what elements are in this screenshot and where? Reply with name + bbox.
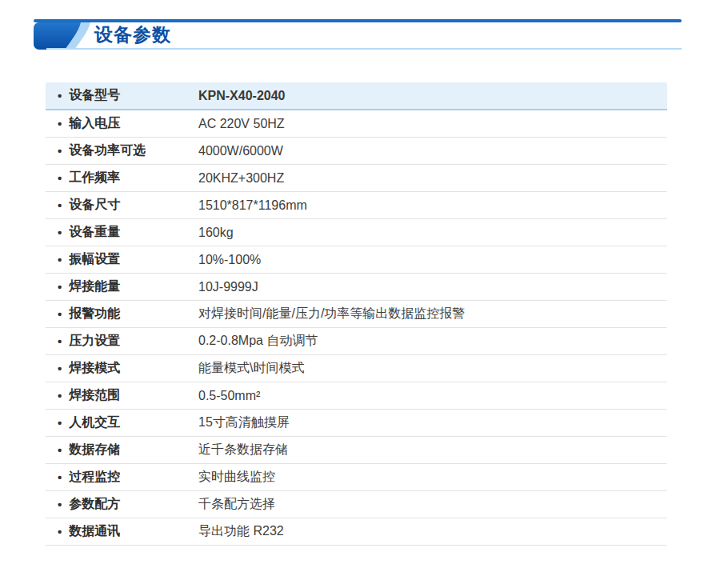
spec-label-cell: •焊接范围 xyxy=(46,387,198,404)
spec-label-cell: •过程监控 xyxy=(46,469,198,486)
bullet-icon: • xyxy=(58,172,62,184)
spec-value: 0.2-0.8Mpa 自动调节 xyxy=(198,333,667,350)
spec-label-cell: •数据通讯 xyxy=(46,523,198,540)
spec-label-cell: •焊接能量 xyxy=(46,278,198,295)
spec-label-cell: •振幅设置 xyxy=(46,251,198,268)
spec-label: 焊接能量 xyxy=(69,278,120,295)
spec-label-cell: •设备尺寸 xyxy=(46,197,198,214)
spec-value: 对焊接时间/能量/压力/功率等输出数据监控报警 xyxy=(198,306,667,322)
spec-label: 数据通讯 xyxy=(69,523,120,540)
table-row: •数据通讯导出功能 R232 xyxy=(46,518,667,546)
page-title: 设备参数 xyxy=(94,23,171,46)
spec-value: 1510*817*1196mm xyxy=(198,198,667,213)
bullet-icon: • xyxy=(58,498,62,510)
spec-label: 焊接范围 xyxy=(69,387,120,404)
spec-label-cell: •报警功能 xyxy=(46,306,198,322)
spec-value: 15寸高清触摸屏 xyxy=(198,414,667,431)
spec-label: 压力设置 xyxy=(69,333,120,350)
table-row: •焊接范围0.5-50mm² xyxy=(46,382,667,410)
spec-value: 0.5-50mm² xyxy=(198,389,667,403)
table-row: •设备重量160kg xyxy=(46,219,667,246)
bullet-icon: • xyxy=(58,471,62,483)
bullet-icon: • xyxy=(58,199,62,211)
table-row: •设备型号KPN-X40-2040 xyxy=(46,82,667,110)
spec-label-cell: •设备重量 xyxy=(46,224,198,241)
spec-label-cell: •设备功率可选 xyxy=(46,142,198,159)
bullet-icon: • xyxy=(58,118,62,130)
spec-label: 设备重量 xyxy=(69,224,120,241)
header-ribbon-icon xyxy=(34,22,91,50)
table-row: •设备功率可选4000W/6000W xyxy=(46,138,667,165)
header-underline-rule xyxy=(46,48,682,50)
spec-label: 人机交互 xyxy=(69,414,120,431)
spec-label-cell: •输入电压 xyxy=(46,115,198,132)
spec-label-cell: •工作频率 xyxy=(46,170,198,186)
spec-value: 千条配方选择 xyxy=(198,496,667,513)
spec-label: 焊接模式 xyxy=(69,360,120,377)
spec-value: 导出功能 R232 xyxy=(198,523,667,540)
bullet-icon: • xyxy=(58,226,62,238)
spec-label-cell: •设备型号 xyxy=(46,87,198,104)
spec-label-cell: •数据存储 xyxy=(46,442,198,458)
spec-value: 160kg xyxy=(198,226,667,240)
spec-value: KPN-X40-2040 xyxy=(198,89,667,103)
table-row: •数据存储近千条数据存储 xyxy=(46,437,667,464)
spec-value: 20KHZ+300HZ xyxy=(198,171,667,186)
spec-label-cell: •参数配方 xyxy=(46,496,198,513)
table-row: •输入电压AC 220V 50HZ xyxy=(46,110,667,138)
table-row: •过程监控实时曲线监控 xyxy=(46,464,667,491)
spec-label-cell: •焊接模式 xyxy=(46,360,198,377)
spec-label-cell: •人机交互 xyxy=(46,414,198,431)
bullet-icon: • xyxy=(58,362,62,374)
table-row: •焊接能量10J-9999J xyxy=(46,274,667,301)
bullet-icon: • xyxy=(58,444,62,456)
spec-value: 4000W/6000W xyxy=(198,144,667,158)
bullet-icon: • xyxy=(58,526,62,538)
bullet-icon: • xyxy=(58,281,62,293)
spec-label: 参数配方 xyxy=(69,496,120,513)
table-row: •报警功能对焊接时间/能量/压力/功率等输出数据监控报警 xyxy=(46,301,667,328)
spec-label: 振幅设置 xyxy=(69,251,120,268)
spec-label: 数据存储 xyxy=(69,442,120,458)
table-row: •参数配方千条配方选择 xyxy=(46,491,667,518)
bullet-icon: • xyxy=(58,90,62,102)
spec-label-cell: •压力设置 xyxy=(46,333,198,350)
bullet-icon: • xyxy=(58,417,62,429)
spec-value: 10%-100% xyxy=(198,253,667,267)
bullet-icon: • xyxy=(58,145,62,157)
table-row: •压力设置0.2-0.8Mpa 自动调节 xyxy=(46,328,667,355)
spec-label: 设备尺寸 xyxy=(69,197,120,214)
spec-value: 近千条数据存储 xyxy=(198,442,667,458)
spec-table: •设备型号KPN-X40-2040•输入电压AC 220V 50HZ•设备功率可… xyxy=(46,82,667,546)
section-header: 设备参数 xyxy=(0,0,712,50)
spec-value: 10J-9999J xyxy=(198,280,667,294)
spec-label: 设备功率可选 xyxy=(69,142,146,159)
spec-value: 能量模式\时间模式 xyxy=(198,360,667,377)
spec-value: AC 220V 50HZ xyxy=(198,117,667,131)
spec-label: 报警功能 xyxy=(69,306,120,322)
bullet-icon: • xyxy=(58,335,62,347)
header-top-rule xyxy=(34,19,682,22)
bullet-icon: • xyxy=(58,308,62,320)
spec-value: 实时曲线监控 xyxy=(198,469,667,486)
bullet-icon: • xyxy=(58,254,62,266)
spec-label: 设备型号 xyxy=(69,87,120,104)
table-row: •焊接模式能量模式\时间模式 xyxy=(46,355,667,382)
bullet-icon: • xyxy=(58,390,62,402)
table-row: •人机交互15寸高清触摸屏 xyxy=(46,410,667,437)
spec-label: 输入电压 xyxy=(69,115,120,132)
table-row: •设备尺寸1510*817*1196mm xyxy=(46,192,667,219)
spec-label: 工作频率 xyxy=(69,170,120,186)
table-row: •振幅设置10%-100% xyxy=(46,246,667,274)
spec-label: 过程监控 xyxy=(69,469,120,486)
table-row: •工作频率20KHZ+300HZ xyxy=(46,165,667,192)
